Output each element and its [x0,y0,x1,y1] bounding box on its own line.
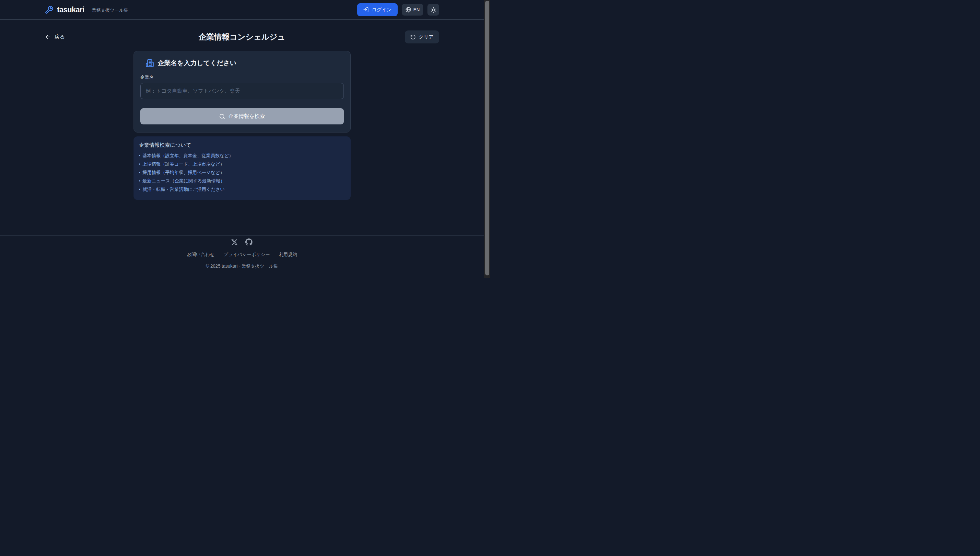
search-submit-button[interactable]: 企業情報を検索 [140,108,344,124]
social-links [0,238,484,246]
toolbar: 戻る 企業情報コンシェルジュ クリア [45,31,439,44]
company-name-input[interactable] [140,83,344,99]
list-item: 最新ニュース（企業に関する最新情報） [139,177,346,185]
language-label: EN [414,7,420,12]
rotate-ccw-icon [410,34,416,40]
log-in-icon [363,7,369,13]
search-submit-label: 企業情報を検索 [228,113,265,120]
page-title: 企業情報コンシェルジュ [45,32,439,42]
list-item: 基本情報（設立年、資本金、従業員数など） [139,152,346,160]
x-logo-icon[interactable] [231,239,238,245]
clear-button[interactable]: クリア [405,31,439,44]
arrow-left-icon [45,34,51,40]
theme-toggle-button[interactable] [427,4,439,16]
globe-icon [406,7,411,13]
footer-link-terms[interactable]: 利用規約 [279,252,297,258]
about-search-list: 基本情報（設立年、資本金、従業員数など） 上場情報（証券コード、上場市場など） … [139,152,346,194]
list-item: 上場情報（証券コード、上場市場など） [139,160,346,168]
page: tasukari 業務支援ツール集 ログイン EN [0,0,484,278]
login-button[interactable]: ログイン [357,3,397,16]
footer: お問い合わせ プライバシーポリシー 利用規約 © 2025 tasukari -… [0,235,484,269]
about-search-card: 企業情報検索について 基本情報（設立年、資本金、従業員数など） 上場情報（証券コ… [134,136,351,200]
brand-name: tasukari [57,5,84,14]
login-label: ログイン [372,7,391,13]
clear-label: クリア [419,34,433,40]
company-search-card: 企業名を入力してください 企業名 企業情報を検索 [134,51,351,133]
card-header: 企業名を入力してください [140,59,344,67]
footer-link-privacy[interactable]: プライバシーポリシー [223,252,270,258]
back-button[interactable]: 戻る [45,34,65,40]
wrench-icon [45,5,53,14]
sun-icon [430,7,437,13]
back-label: 戻る [55,34,65,40]
card-title: 企業名を入力してください [158,59,236,67]
footer-links: お問い合わせ プライバシーポリシー 利用規約 [0,252,484,258]
brand-home-link[interactable]: tasukari 業務支援ツール集 [45,5,128,14]
brand-tagline: 業務支援ツール集 [92,8,128,13]
search-icon [219,113,225,120]
language-toggle-button[interactable]: EN [402,4,423,16]
building-icon [146,59,154,67]
github-icon[interactable] [245,238,252,246]
scrollbar-thumb[interactable] [485,1,489,275]
company-name-label: 企業名 [140,74,344,80]
list-item: 就活・転職・営業活動にご活用ください [139,185,346,194]
about-search-title: 企業情報検索について [139,142,346,149]
copyright: © 2025 tasukari - 業務支援ツール集 [0,263,484,269]
list-item: 採用情報（平均年収、採用ページなど） [139,168,346,177]
footer-link-contact[interactable]: お問い合わせ [187,252,215,258]
app-header: tasukari 業務支援ツール集 ログイン EN [0,0,484,20]
vertical-scrollbar[interactable] [484,0,490,278]
